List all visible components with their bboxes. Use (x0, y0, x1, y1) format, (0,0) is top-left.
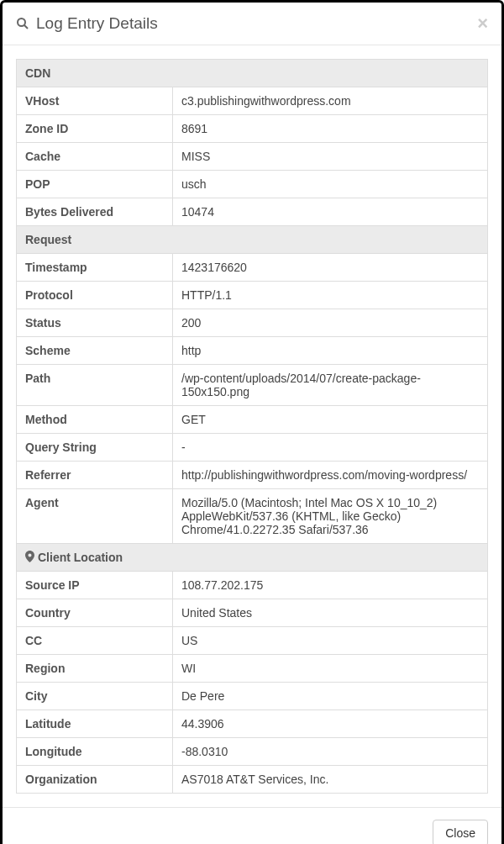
row-key: Path (17, 365, 173, 406)
row-key: Scheme (17, 337, 173, 365)
table-row: CountryUnited States (17, 599, 488, 627)
table-row: Query String- (17, 434, 488, 462)
row-key: Timestamp (17, 254, 173, 282)
section-header-label: CDN (25, 66, 50, 80)
section-header-label: Request (25, 233, 71, 246)
row-key: Source IP (17, 572, 173, 599)
row-value: 10474 (173, 198, 488, 226)
section-header-client_location: Client Location (17, 544, 488, 572)
row-key: Organization (17, 766, 173, 794)
table-row: CityDe Pere (17, 683, 488, 710)
row-value: MISS (173, 143, 488, 171)
row-value: 108.77.202.175 (173, 572, 488, 599)
row-key: Agent (17, 489, 173, 544)
row-value: GET (173, 406, 488, 434)
log-entry-modal: Log Entry Details × CDNVHostc3.publishin… (0, 0, 504, 844)
table-row: Status200 (17, 309, 488, 337)
details-table: CDNVHostc3.publishingwithwordpress.comZo… (16, 59, 488, 794)
row-value: 1423176620 (173, 254, 488, 282)
modal-footer: Close (3, 807, 501, 844)
row-value: De Pere (173, 683, 488, 710)
row-key: Bytes Delivered (17, 198, 173, 226)
row-key: CC (17, 627, 173, 655)
section-header-request: Request (17, 226, 488, 254)
table-row: Longitude-88.0310 (17, 738, 488, 766)
modal-title: Log Entry Details (16, 14, 158, 33)
row-key: POP (17, 171, 173, 198)
row-value: US (173, 627, 488, 655)
row-key: Referrer (17, 462, 173, 489)
modal-title-text: Log Entry Details (36, 14, 158, 33)
table-row: Schemehttp (17, 337, 488, 365)
row-key: City (17, 683, 173, 710)
modal-header: Log Entry Details × (3, 3, 501, 45)
table-row: Bytes Delivered10474 (17, 198, 488, 226)
close-icon[interactable]: × (477, 14, 488, 33)
row-value: -88.0310 (173, 738, 488, 766)
row-value: 44.3906 (173, 710, 488, 738)
table-row: OrganizationAS7018 AT&T Services, Inc. (17, 766, 488, 794)
row-value: usch (173, 171, 488, 198)
row-key: Protocol (17, 282, 173, 309)
table-row: Timestamp1423176620 (17, 254, 488, 282)
row-value: /wp-content/uploads/2014/07/create-packa… (173, 365, 488, 406)
row-key: Latitude (17, 710, 173, 738)
table-row: Latitude44.3906 (17, 710, 488, 738)
row-value: Mozilla/5.0 (Macintosh; Intel Mac OS X 1… (173, 489, 488, 544)
row-value: http://publishingwithwordpress.com/movin… (173, 462, 488, 489)
row-key: Longitude (17, 738, 173, 766)
table-row: Referrerhttp://publishingwithwordpress.c… (17, 462, 488, 489)
map-pin-icon (25, 551, 34, 562)
row-value: AS7018 AT&T Services, Inc. (173, 766, 488, 794)
table-row: POPusch (17, 171, 488, 198)
table-row: Source IP108.77.202.175 (17, 572, 488, 599)
row-value: United States (173, 599, 488, 627)
table-row: ProtocolHTTP/1.1 (17, 282, 488, 309)
row-key: Cache (17, 143, 173, 171)
svg-point-0 (18, 18, 25, 26)
section-header-cdn: CDN (17, 60, 488, 87)
row-key: Region (17, 655, 173, 683)
row-value: http (173, 337, 488, 365)
table-row: CCUS (17, 627, 488, 655)
row-key: Status (17, 309, 173, 337)
row-key: Country (17, 599, 173, 627)
row-key: Zone ID (17, 115, 173, 143)
row-value: 8691 (173, 115, 488, 143)
table-row: CacheMISS (17, 143, 488, 171)
table-row: AgentMozilla/5.0 (Macintosh; Intel Mac O… (17, 489, 488, 544)
row-key: Method (17, 406, 173, 434)
row-value: 200 (173, 309, 488, 337)
close-button[interactable]: Close (433, 820, 488, 844)
table-row: Path/wp-content/uploads/2014/07/create-p… (17, 365, 488, 406)
table-row: RegionWI (17, 655, 488, 683)
row-value: - (173, 434, 488, 462)
svg-line-1 (24, 25, 28, 29)
row-key: VHost (17, 87, 173, 115)
table-row: MethodGET (17, 406, 488, 434)
table-row: Zone ID8691 (17, 115, 488, 143)
section-header-label: Client Location (38, 551, 123, 564)
table-row: VHostc3.publishingwithwordpress.com (17, 87, 488, 115)
row-value: WI (173, 655, 488, 683)
row-value: HTTP/1.1 (173, 282, 488, 309)
row-value: c3.publishingwithwordpress.com (173, 87, 488, 115)
search-icon (16, 17, 29, 30)
row-key: Query String (17, 434, 173, 462)
modal-body: CDNVHostc3.publishingwithwordpress.comZo… (3, 45, 501, 807)
